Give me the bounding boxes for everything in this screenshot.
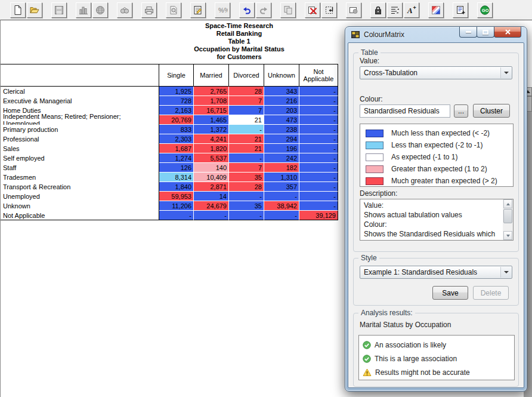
table-cell[interactable]: 7 (229, 96, 264, 106)
table-cell[interactable]: - (194, 211, 229, 220)
table-cell[interactable]: 473 (264, 115, 299, 125)
table-cell[interactable]: 28 (229, 182, 264, 192)
row-label[interactable]: Primary production (1, 125, 159, 134)
table-cell[interactable]: - (299, 115, 338, 125)
table-cell[interactable]: - (299, 182, 338, 192)
row-label[interactable]: Transport & Recreation (1, 182, 159, 192)
table-cell[interactable]: 1,465 (194, 115, 229, 125)
table-cell[interactable]: 1,687 (159, 144, 194, 153)
row-label[interactable]: Sales (1, 144, 159, 153)
cluster-button[interactable]: Cluster (473, 104, 510, 118)
save-button[interactable]: Save (432, 286, 468, 300)
maximize-button[interactable] (477, 27, 494, 38)
table-cell[interactable]: 11,206 (159, 201, 194, 211)
table-cell[interactable]: 5,537 (194, 153, 229, 163)
table-cell[interactable]: 1,708 (194, 96, 229, 106)
table-cell[interactable]: 2,303 (159, 134, 194, 144)
font-size-button[interactable]: A+ (404, 2, 419, 18)
column-header-married[interactable]: Married (194, 64, 229, 87)
row-label[interactable]: Executive & Managerial (1, 96, 159, 106)
table-cell[interactable]: 7 (229, 163, 264, 173)
add-report-button[interactable] (453, 2, 468, 18)
table-cell[interactable]: 196 (264, 144, 299, 153)
delete-table-button[interactable] (305, 2, 320, 18)
table-cell[interactable]: - (299, 134, 338, 144)
row-label[interactable]: Unemployed (1, 192, 159, 201)
table-cell[interactable]: 38,942 (264, 201, 299, 211)
table-cell[interactable]: 24,679 (194, 201, 229, 211)
table-cell[interactable]: 2,765 (194, 87, 229, 96)
column-header-single[interactable]: Single (159, 64, 194, 87)
undo-button[interactable] (239, 2, 255, 18)
table-cell[interactable]: 357 (264, 182, 299, 192)
table-cell[interactable]: - (299, 201, 338, 211)
table-cell[interactable]: - (299, 96, 338, 106)
table-cell[interactable]: 126 (159, 163, 194, 173)
table-cell[interactable]: - (264, 192, 299, 201)
table-cell[interactable]: 1,840 (159, 182, 194, 192)
table-cell[interactable]: - (299, 106, 338, 115)
table-cell[interactable]: 59,953 (159, 192, 194, 201)
table-cell[interactable]: - (229, 211, 264, 220)
desc-scroll-down-button[interactable] (503, 231, 512, 240)
table-cell[interactable]: 1,310 (264, 173, 299, 182)
desc-scroll-up-button[interactable] (503, 199, 512, 208)
table-cell[interactable]: - (159, 211, 194, 220)
row-label[interactable]: Staff (1, 163, 159, 173)
column-header-not-applicable[interactable]: Not Applicable (299, 64, 338, 87)
table-cell[interactable]: 35 (229, 173, 264, 182)
table-cell[interactable]: 35 (229, 201, 264, 211)
table-cell[interactable]: 8,314 (159, 173, 194, 182)
dialog-titlebar[interactable]: ColourMatrix (345, 27, 527, 42)
description-scrollbar[interactable] (503, 199, 513, 240)
stub-header-cell[interactable] (1, 64, 159, 87)
table-cell[interactable]: 28 (229, 87, 264, 96)
transpose-table-button[interactable] (321, 2, 337, 18)
colour-input[interactable]: Standardised Residuals (360, 104, 450, 118)
table-cell[interactable]: 7 (229, 106, 264, 115)
table-cell[interactable]: - (229, 192, 264, 201)
field-order-button[interactable] (387, 2, 403, 18)
desc-scroll-thumb[interactable] (503, 209, 512, 223)
table-cell[interactable]: 182 (264, 163, 299, 173)
table-cell[interactable]: 16,715 (194, 106, 229, 115)
table-cell[interactable]: 1,820 (194, 144, 229, 153)
table-cell[interactable]: - (264, 211, 299, 220)
table-cell[interactable]: - (299, 192, 338, 201)
table-cell[interactable]: 343 (264, 87, 299, 96)
table-cell[interactable]: - (299, 173, 338, 182)
table-cell[interactable]: 1,925 (159, 87, 194, 96)
new-document-button[interactable] (10, 2, 26, 18)
row-label[interactable]: Self employed (1, 153, 159, 163)
table-cell[interactable]: 294 (264, 134, 299, 144)
table-cell[interactable]: - (299, 153, 338, 163)
table-cell[interactable]: - (229, 125, 264, 134)
open-file-button[interactable] (27, 2, 42, 18)
column-header-unknown[interactable]: Unknown (264, 64, 299, 87)
row-label[interactable]: Unknown (1, 201, 159, 211)
colour-matrix-button[interactable] (428, 2, 444, 18)
table-cell[interactable]: 728 (159, 96, 194, 106)
browse-button[interactable]: ... (454, 104, 468, 118)
table-cell[interactable]: 242 (264, 153, 299, 163)
table-cell[interactable]: 203 (264, 106, 299, 115)
table-cell[interactable]: 2,163 (159, 106, 194, 115)
row-label[interactable]: Not Applicable (1, 211, 159, 220)
row-label[interactable]: Tradesmen (1, 173, 159, 182)
table-cell[interactable]: 1,274 (159, 153, 194, 163)
table-cell[interactable]: 238 (264, 125, 299, 134)
close-button[interactable] (494, 27, 521, 38)
table-cell[interactable]: - (229, 153, 264, 163)
table-cell[interactable]: 2,871 (194, 182, 229, 192)
table-cell[interactable]: 39,129 (299, 211, 338, 220)
table-cell[interactable]: 21 (229, 115, 264, 125)
go-button[interactable]: GO (477, 2, 493, 18)
column-header-divorced[interactable]: Divorced (229, 64, 264, 87)
table-cell[interactable]: 20,769 (159, 115, 194, 125)
edit-notes-button[interactable] (190, 2, 206, 18)
row-label[interactable]: Clerical (1, 87, 159, 96)
suppress-cells-button[interactable] (346, 2, 361, 18)
table-cell[interactable]: 140 (194, 163, 229, 173)
table-cell[interactable]: - (299, 125, 338, 134)
minimize-button[interactable] (459, 27, 477, 38)
